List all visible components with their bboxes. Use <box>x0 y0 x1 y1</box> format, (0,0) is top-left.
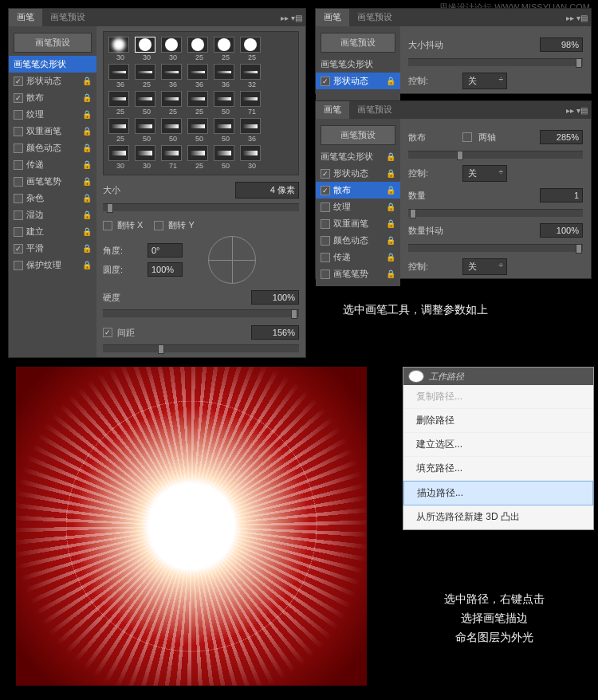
brush-tip-cell[interactable]: 50 <box>214 118 238 143</box>
flip-x-check[interactable] <box>103 221 112 230</box>
hardness-slider[interactable] <box>103 309 299 317</box>
count-slider[interactable] <box>408 209 583 217</box>
sidebar-item[interactable]: 形状动态🔒 <box>316 165 400 182</box>
tab-brush-preset[interactable]: 画笔预设 <box>42 9 93 26</box>
brush-preset-button[interactable]: 画笔预设 <box>321 125 395 145</box>
roundness-input[interactable]: 100% <box>148 262 183 277</box>
size-jitter-slider[interactable] <box>408 58 583 66</box>
sidebar-item[interactable]: 画笔笔尖形状🔒 <box>316 148 400 165</box>
brush-tip-cell[interactable]: 25 <box>214 37 238 61</box>
sidebar-item[interactable]: 传递🔒 <box>316 249 400 265</box>
sidebar-item[interactable]: 散布🔒 <box>9 89 96 106</box>
tab-brush-preset[interactable]: 画笔预设 <box>349 101 400 119</box>
brush-tip-cell[interactable]: 30 <box>135 145 159 170</box>
option-check[interactable] <box>14 210 23 220</box>
sidebar-item[interactable]: 颜色动态🔒 <box>9 140 96 156</box>
option-check[interactable] <box>321 236 330 246</box>
brush-tip-cell[interactable]: 30 <box>161 37 185 61</box>
brush-preset-button[interactable]: 画笔预设 <box>321 33 395 53</box>
sidebar-item[interactable]: 画笔笔尖形状 <box>316 56 400 73</box>
count-jitter-slider[interactable] <box>408 244 583 252</box>
spacing-input[interactable]: 156% <box>251 325 299 340</box>
option-check[interactable] <box>14 93 23 103</box>
sidebar-item[interactable]: 形状动态🔒 <box>316 73 400 89</box>
control-select[interactable]: 关 <box>462 165 507 182</box>
sidebar-item[interactable]: 画笔笔尖形状 <box>9 56 96 73</box>
angle-input[interactable]: 0° <box>148 243 183 258</box>
panel-menu-icon[interactable]: ▸▸ ▾▤ <box>566 9 591 26</box>
sidebar-item[interactable]: 保护纹理🔒 <box>9 257 96 273</box>
brush-preset-button[interactable]: 画笔预设 <box>14 33 92 53</box>
control-select[interactable]: 关 <box>462 73 507 89</box>
sidebar-item[interactable]: 双重画笔🔒 <box>316 215 400 232</box>
count-jitter-input[interactable]: 100% <box>540 223 583 238</box>
scatter-input[interactable]: 285% <box>540 130 583 144</box>
brush-tip-cell[interactable]: 25 <box>108 91 132 116</box>
sidebar-item[interactable]: 杂色🔒 <box>9 190 96 206</box>
option-check[interactable] <box>14 127 23 136</box>
option-check[interactable] <box>321 203 330 212</box>
brush-tip-cell[interactable]: 50 <box>214 145 238 170</box>
sidebar-item[interactable]: 画笔笔势🔒 <box>9 173 96 190</box>
option-check[interactable] <box>14 194 23 203</box>
menu-item[interactable]: 填充路径... <box>403 457 593 481</box>
brush-tip-cell[interactable]: 36 <box>187 64 211 88</box>
option-check[interactable] <box>321 253 330 262</box>
sidebar-item[interactable]: 传递🔒 <box>9 156 96 173</box>
tab-brush[interactable]: 画笔 <box>9 9 42 26</box>
sidebar-item[interactable]: 颜色动态🔒 <box>316 232 400 249</box>
scatter-slider[interactable] <box>408 151 583 159</box>
brush-tip-cell[interactable]: 50 <box>214 91 238 116</box>
brush-tip-cell[interactable]: 36 <box>161 64 185 88</box>
size-slider[interactable] <box>103 203 299 211</box>
brush-tip-cell[interactable]: 36 <box>214 64 238 88</box>
sidebar-item[interactable]: 散布🔒 <box>316 182 400 199</box>
brush-tip-cell[interactable]: 25 <box>108 118 132 143</box>
brush-tip-cell[interactable]: 25 <box>161 91 185 116</box>
menu-item[interactable]: 建立选区... <box>403 433 593 457</box>
brush-tip-cell[interactable]: 36 <box>108 64 132 88</box>
brush-tip-cell[interactable]: 32 <box>240 64 264 88</box>
brush-tip-cell[interactable]: 30 <box>240 145 264 170</box>
brush-tip-cell[interactable]: 25 <box>187 91 211 116</box>
panel-menu-icon[interactable]: ▸▸ ▾▤ <box>566 101 591 119</box>
sidebar-item[interactable]: 平滑🔒 <box>9 240 96 257</box>
option-check[interactable] <box>14 77 23 86</box>
option-check[interactable] <box>14 144 23 153</box>
menu-item[interactable]: 描边路径... <box>403 481 593 505</box>
brush-tip-cell[interactable]: 30 <box>108 145 132 170</box>
angle-control[interactable] <box>208 236 256 284</box>
brush-tip-cell[interactable]: 25 <box>187 145 211 170</box>
option-check[interactable] <box>14 244 23 254</box>
brush-tip-cell[interactable]: 25 <box>240 37 264 61</box>
brush-tip-cell[interactable]: 25 <box>187 37 211 61</box>
menu-item[interactable]: 从所选路径新建 3D 凸出 <box>403 505 593 529</box>
option-check[interactable] <box>321 219 330 229</box>
brush-tip-cell[interactable]: 30 <box>135 37 159 61</box>
sidebar-item[interactable]: 双重画笔🔒 <box>9 123 96 140</box>
option-check[interactable] <box>321 186 330 195</box>
option-check[interactable] <box>321 169 330 179</box>
brush-tip-cell[interactable]: 71 <box>161 145 185 170</box>
tab-brush[interactable]: 画笔 <box>316 101 349 119</box>
size-input[interactable]: 4 像素 <box>235 182 299 199</box>
brush-tip-cell[interactable]: 71 <box>240 91 264 116</box>
option-check[interactable] <box>321 269 330 279</box>
flip-y-check[interactable] <box>154 221 163 230</box>
option-check[interactable] <box>14 177 23 187</box>
tab-brush[interactable]: 画笔 <box>316 9 349 26</box>
spacing-check[interactable] <box>103 328 112 337</box>
sidebar-item[interactable]: 纹理🔒 <box>9 106 96 123</box>
sidebar-item[interactable]: 纹理🔒 <box>316 199 400 215</box>
count-input[interactable]: 1 <box>540 188 583 203</box>
control-select[interactable]: 关 <box>462 258 507 275</box>
brush-tip-cell[interactable]: 30 <box>108 37 132 61</box>
sidebar-item[interactable]: 湿边🔒 <box>9 206 96 223</box>
spacing-slider[interactable] <box>103 344 299 352</box>
brush-tip-cell[interactable]: 25 <box>135 64 159 88</box>
option-check[interactable] <box>14 160 23 170</box>
brush-tip-cell[interactable]: 36 <box>240 118 264 143</box>
sidebar-item[interactable]: 画笔笔势🔒 <box>316 265 400 282</box>
sidebar-item[interactable]: 形状动态🔒 <box>9 73 96 89</box>
option-check[interactable] <box>14 110 23 120</box>
